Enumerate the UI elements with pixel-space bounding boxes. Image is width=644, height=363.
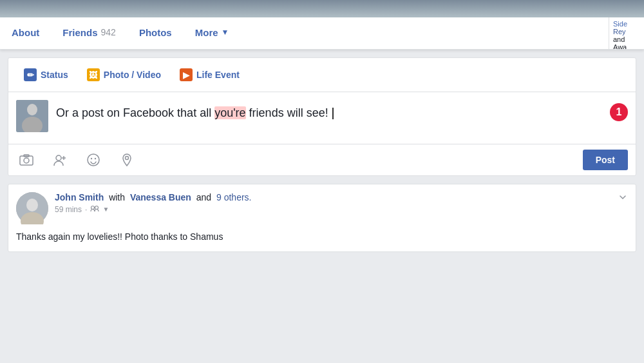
svg-point-12 bbox=[26, 199, 38, 211]
post-author-line: John Smith with Vanessa Buen and 9 other… bbox=[55, 192, 611, 202]
composer-footer: Post bbox=[8, 144, 636, 175]
sidebar-and: and bbox=[613, 35, 640, 43]
emoji-icon-btn[interactable] bbox=[83, 150, 104, 170]
post-header: John Smith with Vanessa Buen and 9 other… bbox=[16, 192, 628, 224]
composer-avatar bbox=[16, 100, 48, 132]
event-tab-label: Life Event bbox=[196, 70, 240, 80]
privacy-icon bbox=[90, 204, 99, 215]
event-icon: ▶ bbox=[180, 68, 193, 81]
post-author-avatar bbox=[16, 192, 48, 224]
status-icon: ✏ bbox=[24, 68, 37, 81]
friends-count: 942 bbox=[101, 27, 116, 37]
post-time-line: 59 mins · ▼ bbox=[55, 204, 611, 215]
svg-point-9 bbox=[95, 158, 96, 159]
svg-point-6 bbox=[56, 155, 61, 161]
svg-rect-3 bbox=[20, 156, 33, 165]
post-button[interactable]: Post bbox=[583, 150, 628, 170]
status-tab[interactable]: ✏ Status bbox=[16, 64, 76, 85]
svg-point-4 bbox=[24, 158, 29, 163]
notification-badge: 1 bbox=[610, 103, 628, 121]
composer-tabs: ✏ Status 🖼 Photo / Video ▶ Life Event bbox=[8, 58, 636, 92]
tab-friends[interactable]: Friends 942 bbox=[51, 17, 128, 49]
tab-more-label: More bbox=[195, 27, 218, 38]
dropdown-arrow-small[interactable]: ▼ bbox=[102, 206, 109, 213]
author-name[interactable]: John Smith bbox=[55, 192, 104, 202]
others-link[interactable]: 9 others. bbox=[216, 192, 251, 202]
sidebar-awa: Awa bbox=[613, 43, 640, 49]
post-composer: ✏ Status 🖼 Photo / Video ▶ Life Event bbox=[8, 57, 636, 176]
status-tab-label: Status bbox=[41, 70, 68, 80]
location-icon-btn[interactable] bbox=[117, 150, 137, 170]
svg-point-1 bbox=[27, 104, 37, 115]
sidebar-label: Side bbox=[613, 20, 640, 28]
svg-point-15 bbox=[95, 206, 99, 210]
composer-body: Or a post on Facebook that all you're fr… bbox=[8, 92, 636, 144]
feed-post: John Smith with Vanessa Buen and 9 other… bbox=[8, 184, 636, 252]
post-text-area[interactable]: Or a post on Facebook that all you're fr… bbox=[56, 100, 602, 121]
post-text-highlight: you're bbox=[214, 106, 245, 119]
post-text-after: friends will see! bbox=[246, 106, 328, 119]
post-text-before: Or a post on Facebook that all bbox=[56, 106, 214, 119]
more-dropdown-arrow: ▼ bbox=[222, 28, 229, 37]
and-text: and bbox=[196, 192, 211, 202]
tab-photos-label: Photos bbox=[139, 27, 172, 38]
tab-about[interactable]: About bbox=[0, 17, 51, 49]
photo-video-tab[interactable]: 🖼 Photo / Video bbox=[79, 64, 169, 85]
camera-icon-btn[interactable] bbox=[16, 150, 37, 170]
post-time: 59 mins bbox=[55, 205, 82, 214]
tab-photos[interactable]: Photos bbox=[128, 17, 184, 49]
sidebar-partial: Side Rey and Awa bbox=[609, 17, 644, 49]
tab-about-label: About bbox=[12, 27, 39, 38]
cursor-indicator bbox=[332, 108, 334, 119]
tag-person-icon-btn[interactable] bbox=[50, 150, 70, 170]
post-expand-btn[interactable] bbox=[618, 192, 628, 206]
svg-point-10 bbox=[126, 157, 129, 160]
svg-point-14 bbox=[91, 206, 95, 210]
svg-point-8 bbox=[91, 158, 92, 159]
profile-nav: About Friends 942 Photos More ▼ Side Rey… bbox=[0, 17, 644, 50]
post-meta: John Smith with Vanessa Buen and 9 other… bbox=[55, 192, 611, 215]
with-text: with bbox=[109, 192, 125, 202]
tab-more[interactable]: More ▼ bbox=[184, 17, 241, 49]
life-event-tab[interactable]: ▶ Life Event bbox=[172, 64, 247, 85]
photo-tab-label: Photo / Video bbox=[104, 70, 161, 80]
time-dot: · bbox=[85, 205, 87, 214]
photo-icon: 🖼 bbox=[87, 68, 100, 81]
cover-image bbox=[0, 0, 644, 17]
tab-friends-label: Friends bbox=[62, 27, 97, 38]
friend-link[interactable]: Vanessa Buen bbox=[130, 192, 191, 202]
sidebar-rey: Rey bbox=[613, 28, 640, 35]
main-layout: ✏ Status 🖼 Photo / Video ▶ Life Event bbox=[0, 50, 644, 252]
notification-number: 1 bbox=[616, 106, 622, 118]
post-content: Thanks again my lovelies!! Photo thanks … bbox=[16, 231, 628, 244]
